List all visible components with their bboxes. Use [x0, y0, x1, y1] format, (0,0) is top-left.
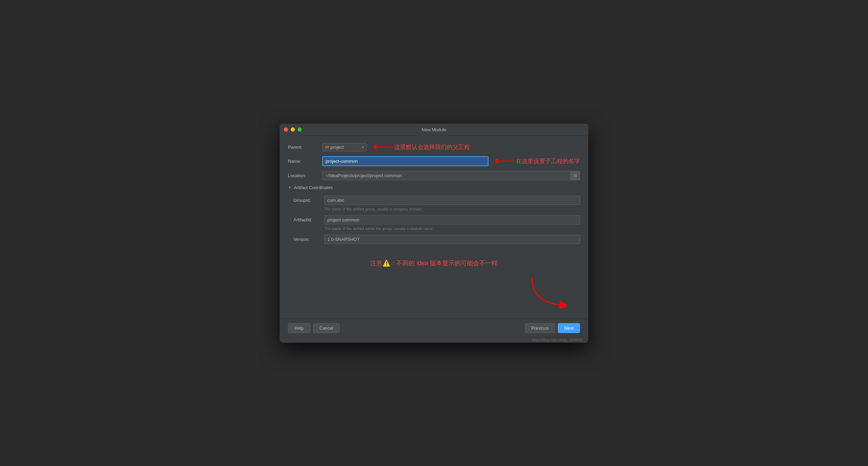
location-row: Location: ⊞	[288, 171, 580, 180]
section-toggle-icon[interactable]: ▼	[288, 185, 292, 189]
artifact-section-header: ▼ Artifact Coordinates	[288, 185, 580, 190]
parent-value: project	[330, 145, 361, 150]
footer-left: Help Cancel	[288, 323, 340, 333]
cancel-button[interactable]: Cancel	[313, 323, 340, 333]
location-label: Location:	[288, 173, 322, 178]
parent-annotation-container: 这里默认会选择我们的父工程	[374, 143, 470, 151]
version-label: Version:	[293, 235, 324, 242]
big-arrow-container	[288, 274, 580, 308]
window-title: New Module	[422, 127, 446, 132]
artifact-section: GroupId: The name of the artifact group,…	[288, 196, 580, 245]
folder-browse-button[interactable]: ⊞	[570, 171, 580, 180]
name-row: Name: 在这里设置子工程的名字	[288, 156, 580, 166]
artifactid-row: ArtifactId: The name of the artifact wit…	[293, 215, 580, 231]
artifactid-label: ArtifactId:	[293, 215, 324, 222]
maximize-button[interactable]	[298, 127, 302, 132]
name-arrow-icon	[495, 157, 516, 165]
version-wrapper	[324, 235, 580, 245]
footer-right: Previous Next	[525, 323, 580, 333]
name-row-content: 在这里设置子工程的名字	[322, 156, 580, 166]
big-arrow-icon	[525, 274, 566, 308]
location-wrapper: ⊞	[322, 171, 580, 180]
groupid-hint: The name of the artifact group, usually …	[324, 207, 580, 211]
groupid-label: GroupId:	[293, 196, 324, 203]
chevron-down-icon: ▾	[362, 145, 364, 149]
artifactid-hint: The name of the artifact within the grou…	[324, 226, 580, 231]
artifactid-wrapper: The name of the artifact within the grou…	[324, 215, 580, 231]
traffic-lights	[284, 127, 302, 132]
parent-dropdown[interactable]: m project ▾	[322, 143, 367, 151]
groupid-row: GroupId: The name of the artifact group,…	[293, 196, 580, 211]
parent-row: Parent: m project ▾	[288, 143, 580, 151]
status-url: https://blog.csdn.net/qq_4138935...	[532, 338, 586, 342]
groupid-wrapper: The name of the artifact group, usually …	[324, 196, 580, 211]
parent-arrow-icon	[374, 143, 394, 151]
parent-row-content: m project ▾ 这里默认会选择我们的父工程	[322, 143, 470, 151]
dialog-content: Parent: m project ▾	[280, 136, 588, 319]
dialog-footer: Help Cancel Previous Next	[280, 319, 588, 337]
artifact-section-title: Artifact Coordinates	[294, 185, 333, 190]
groupid-input[interactable]	[324, 196, 580, 205]
close-button[interactable]	[284, 127, 288, 132]
name-label: Name:	[288, 159, 322, 164]
previous-button[interactable]: Previous	[525, 323, 555, 333]
notice-text: 注意⚠️：不同的 idea 版本显示的可能会不一样	[288, 259, 580, 267]
parent-annotation-text: 这里默认会选择我们的父工程	[394, 143, 470, 151]
parent-label: Parent:	[288, 145, 322, 150]
location-input[interactable]	[322, 171, 580, 180]
name-annotation-text: 在这里设置子工程的名字	[516, 157, 580, 165]
name-annotation-container: 在这里设置子工程的名字	[495, 157, 580, 165]
artifactid-input[interactable]	[324, 215, 580, 224]
new-module-window: New Module Parent: m project ▾	[280, 124, 588, 343]
help-button[interactable]: Help	[288, 323, 310, 333]
name-input[interactable]	[322, 156, 489, 166]
status-bar: https://blog.csdn.net/qq_4138935...	[280, 337, 588, 343]
version-input[interactable]	[324, 235, 580, 244]
parent-module-icon: m	[325, 145, 329, 149]
minimize-button[interactable]	[291, 127, 295, 132]
folder-icon: ⊞	[573, 173, 577, 178]
version-row: Version:	[293, 235, 580, 245]
title-bar: New Module	[280, 124, 588, 136]
next-button[interactable]: Next	[558, 323, 580, 333]
